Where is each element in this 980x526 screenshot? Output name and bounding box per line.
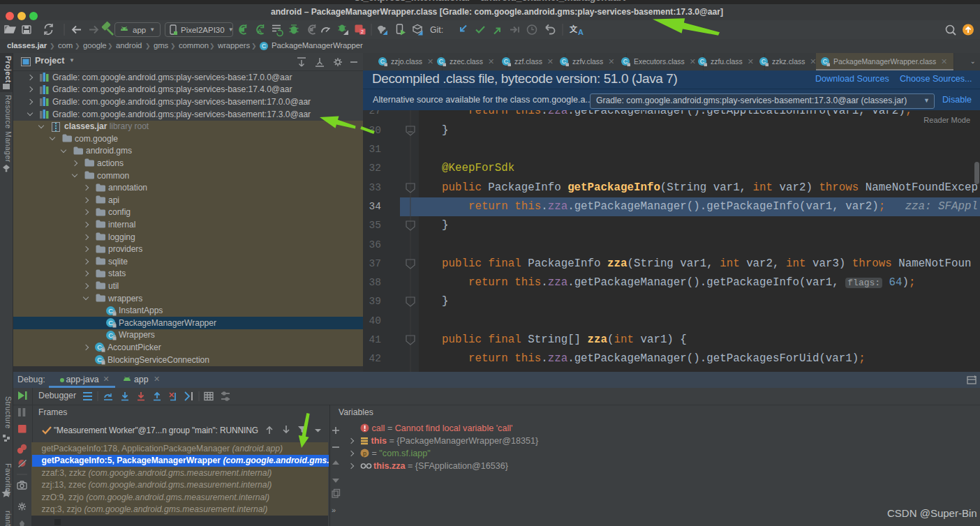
svg-text:C: C bbox=[108, 319, 113, 326]
svg-text:A: A bbox=[258, 27, 262, 35]
svg-text:A: A bbox=[578, 28, 584, 36]
svg-text:文: 文 bbox=[570, 24, 578, 33]
svg-text:Git:: Git: bbox=[430, 25, 443, 35]
svg-text:C: C bbox=[262, 43, 266, 50]
svg-text:C: C bbox=[108, 307, 113, 315]
svg-text:C: C bbox=[108, 331, 113, 339]
svg-text:2: 2 bbox=[361, 29, 364, 34]
svg-text:p: p bbox=[363, 450, 366, 457]
svg-text:»: » bbox=[332, 506, 336, 514]
svg-text:C: C bbox=[97, 343, 102, 351]
svg-text:C: C bbox=[97, 356, 102, 363]
